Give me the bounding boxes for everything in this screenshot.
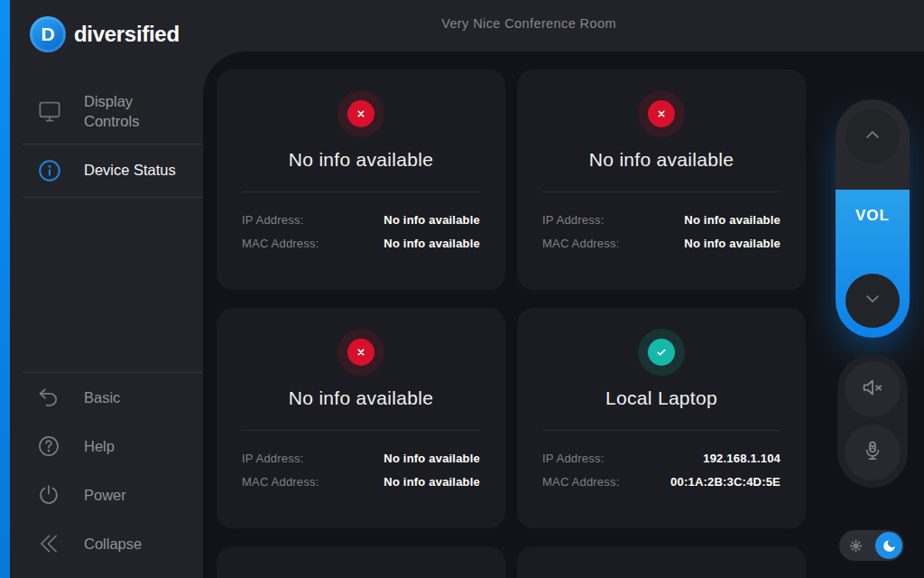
device-card: No info available IP Address: No info av… [217,70,505,290]
mac-value: No info available [684,237,781,250]
ip-label: IP Address: [542,452,604,465]
volume-control[interactable]: VOL [836,99,910,338]
ip-label: IP Address: [242,452,303,465]
sidebar-footer: Basic Help Power [10,372,203,568]
status-halo [638,329,685,376]
device-card: Local Laptop IP Address: 192.168.1.104 M… [517,308,806,528]
chevron-up-icon [860,122,885,151]
ip-label: IP Address: [242,213,303,227]
sidebar: D diversified Display Controls De [10,0,203,578]
mac-label: MAC Address: [542,475,620,489]
ok-status-icon [648,339,675,366]
error-status-icon [648,100,675,127]
help-icon [35,433,62,460]
device-card-partial [517,546,806,578]
collapse-left-icon [35,530,62,557]
volume-down-button[interactable] [845,274,900,328]
light-mode-sun-icon [841,537,870,555]
ip-value: No info available [383,213,480,227]
card-divider [542,430,781,431]
speaker-mute-icon [859,374,886,405]
chevron-down-icon [860,286,885,315]
sidebar-item-display-controls[interactable]: Display Controls [10,79,203,144]
speaker-mute-button[interactable] [845,361,901,417]
display-icon [35,97,64,126]
volume-label: VOL [836,207,910,225]
device-details: IP Address: No info available MAC Addres… [242,446,480,493]
error-status-icon [347,339,374,366]
card-divider [542,191,781,192]
device-title: No info available [517,149,806,171]
theme-toggle[interactable] [839,530,904,561]
brand-logo-icon: D [30,16,66,52]
mac-value: No info available [383,475,480,489]
sidebar-item-label: Power [84,487,126,504]
sidebar-item-label: Help [84,438,115,455]
sidebar-divider [23,197,203,198]
ip-row: IP Address: No info available [542,208,781,231]
sidebar-nav: Display Controls Device Status [10,79,203,198]
back-icon [35,384,62,411]
sidebar-item-label: Display Controls [84,91,189,132]
mac-row: MAC Address: 00:1A:2B:3C:4D:5E [542,470,781,493]
ip-value: No info available [684,213,781,227]
card-divider [242,430,480,431]
logo-letter: D [41,23,54,45]
sidebar-item-label: Basic [84,389,120,406]
ip-label: IP Address: [542,213,604,227]
ip-row: IP Address: No info available [242,208,480,231]
sidebar-item-power[interactable]: Power [10,471,203,519]
device-card-partial [217,546,505,578]
ip-value: No info available [383,452,480,465]
mac-row: MAC Address: No info available [242,231,480,255]
power-icon [35,481,62,508]
sidebar-item-device-status[interactable]: Device Status [10,144,203,197]
sidebar-item-basic[interactable]: Basic [10,373,203,422]
sidebar-item-label: Device Status [84,160,189,180]
accent-stripe [0,0,10,578]
status-halo [337,90,384,137]
sidebar-item-collapse[interactable]: Collapse [10,519,203,568]
ip-value: 192.168.1.104 [703,452,781,465]
error-status-icon [347,100,374,127]
device-status-panel: No info available IP Address: No info av… [203,51,924,578]
card-divider [242,191,480,192]
volume-up-button[interactable] [845,109,900,163]
brand-logo: D diversified [30,16,180,52]
device-card: No info available IP Address: No info av… [517,70,806,290]
sidebar-item-help[interactable]: Help [10,422,203,471]
device-card: No info available IP Address: No info av… [217,308,505,528]
device-title: No info available [217,149,505,171]
info-icon [35,156,64,185]
mac-value: No info available [383,237,480,250]
sidebar-item-label: Collapse [84,536,142,553]
status-halo [638,90,685,137]
mac-row: MAC Address: No info available [242,470,480,493]
device-details: IP Address: No info available MAC Addres… [242,208,480,255]
device-title: No info available [217,387,505,409]
device-details: IP Address: 192.168.1.104 MAC Address: 0… [542,446,781,493]
device-title: Local Laptop [517,387,806,409]
brand-name: diversified [74,22,180,47]
mac-row: MAC Address: No info available [542,231,781,255]
mac-label: MAC Address: [242,475,319,489]
mic-mute-icon [860,438,885,467]
mac-label: MAC Address: [242,237,319,250]
mute-controls [837,354,908,488]
mic-mute-button[interactable] [845,424,901,480]
dark-mode-moon-icon [875,532,902,559]
ip-row: IP Address: No info available [242,446,480,470]
mac-value: 00:1A:2B:3C:4D:5E [670,475,781,489]
mac-label: MAC Address: [542,237,620,250]
status-halo [337,329,384,376]
ip-row: IP Address: 192.168.1.104 [542,446,781,470]
room-title: Very Nice Conference Room [441,16,616,31]
device-card-grid: No info available IP Address: No info av… [217,70,806,578]
device-details: IP Address: No info available MAC Addres… [542,208,781,255]
